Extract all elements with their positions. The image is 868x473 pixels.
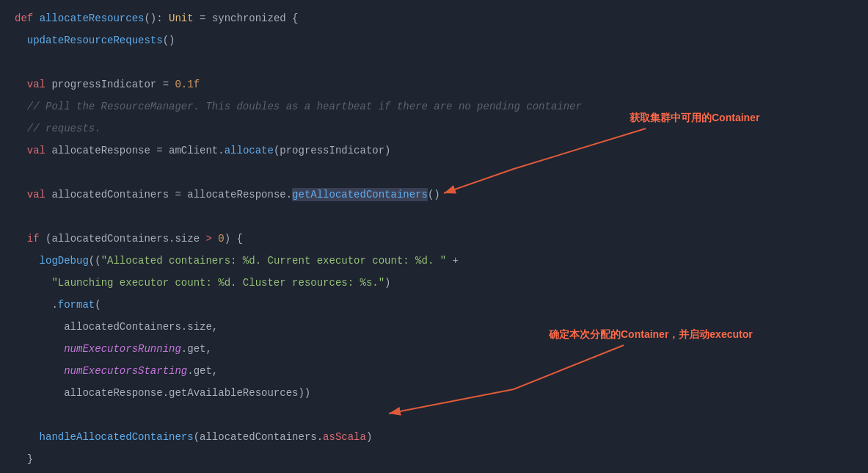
code-line-15: allocatedContainers.size, — [0, 316, 868, 338]
code-editor: def allocateResources(): Unit = synchron… — [0, 0, 868, 473]
code-line-14: .format( — [0, 294, 868, 316]
code-line-empty-1 — [0, 51, 868, 73]
code-line-7: val allocateResponse = amClient.allocate… — [0, 140, 868, 162]
code-line-18: allocateResponse.getAvailableResources)) — [0, 382, 868, 404]
code-line-13: "Launching executor count: %d. Cluster r… — [0, 272, 868, 294]
code-line-9: val allocatedContainers = allocateRespon… — [0, 184, 868, 206]
code-line-4: val progressIndicator = 0.1f — [0, 73, 868, 95]
code-line-empty-3 — [0, 206, 868, 228]
code-line-5: // Poll the ResourceManager. This double… — [0, 95, 868, 118]
code-line-16: numExecutorsRunning.get, — [0, 338, 868, 360]
code-line-22: } — [0, 470, 868, 473]
code-line-1: def allocateResources(): Unit = synchron… — [0, 7, 868, 29]
code-line-empty-4 — [0, 404, 868, 426]
code-line-20: handleAllocatedContainers(allocatedConta… — [0, 426, 868, 448]
code-line-11: if (allocatedContainers.size > 0) { — [0, 228, 868, 250]
code-line-17: numExecutorsStarting.get, — [0, 360, 868, 382]
code-line-empty-2 — [0, 162, 868, 184]
code-line-12: logDebug(("Allocated containers: %d. Cur… — [0, 250, 868, 272]
code-line-21: } — [0, 448, 868, 470]
code-line-6: // requests. — [0, 118, 868, 140]
code-line-2: updateResourceRequests() — [0, 29, 868, 51]
